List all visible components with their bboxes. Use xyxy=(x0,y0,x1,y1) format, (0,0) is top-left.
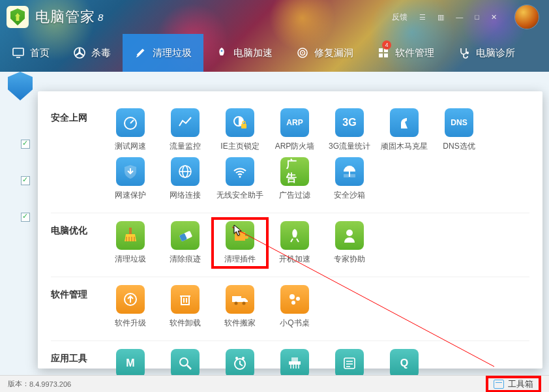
nav-tab-4[interactable]: 修复漏洞 xyxy=(284,34,365,72)
upgrade-icon xyxy=(116,285,145,314)
tool-label: ARP防火墙 xyxy=(275,141,315,152)
svg-point-34 xyxy=(243,302,246,305)
tool-item[interactable]: 专家协助 xyxy=(322,219,377,267)
desktop-icon xyxy=(280,285,309,314)
svg-rect-23 xyxy=(129,228,132,234)
tool-label: 顽固木马克星 xyxy=(381,141,428,152)
tool-item[interactable]: 网速保护 xyxy=(103,155,158,204)
tool-item[interactable]: 测试网速 xyxy=(103,106,158,155)
svg-point-20 xyxy=(239,176,241,178)
category-tools: 软件升级软件卸载软件搬家小Q书桌 xyxy=(103,282,322,331)
shredder-icon xyxy=(280,349,309,378)
main-nav: 首页杀毒清理垃圾电脑加速修复漏洞软件管理4电脑诊所 xyxy=(0,34,549,72)
tool-label: 测试网速 xyxy=(115,141,146,152)
target-icon xyxy=(296,46,309,59)
nav-tab-0[interactable]: 首页 xyxy=(0,34,61,72)
tool-item[interactable]: 清理垃圾 xyxy=(103,219,158,267)
tool-label: 广告过滤 xyxy=(279,190,310,201)
svg-point-26 xyxy=(346,230,353,236)
tool-label: 软件搬家 xyxy=(224,318,256,329)
trash-icon xyxy=(171,285,200,314)
tool-label: 清除痕迹 xyxy=(170,254,201,265)
svg-line-39 xyxy=(187,365,191,369)
avatar[interactable] xyxy=(515,5,539,29)
checkbox[interactable] xyxy=(21,140,30,149)
status-bar: 版本： 8.4.9973.206 工具箱 xyxy=(0,375,549,392)
truck-icon xyxy=(226,285,254,314)
android-icon: M xyxy=(116,349,145,378)
maximize-button[interactable]: □ xyxy=(472,12,482,22)
tool-item[interactable]: 广告广告过滤 xyxy=(267,155,322,204)
ad-icon: 广告 xyxy=(280,157,309,186)
checkbox[interactable] xyxy=(21,213,30,222)
tool-label: 流量监控 xyxy=(170,141,201,152)
nav-label: 修复漏洞 xyxy=(314,47,353,59)
tool-item[interactable]: 清除痕迹 xyxy=(158,219,213,267)
wifi-icon xyxy=(226,157,254,186)
nav-tab-5[interactable]: 软件管理4 xyxy=(365,34,446,72)
category-row: 软件管理软件升级软件卸载软件搬家小Q书桌 xyxy=(51,277,529,341)
clock-icon xyxy=(226,349,254,378)
nav-tab-6[interactable]: 电脑诊所 xyxy=(446,34,527,72)
tool-item[interactable]: 顽固木马克星 xyxy=(377,106,432,155)
tool-item[interactable]: 小Q书桌 xyxy=(267,282,322,331)
expert-icon xyxy=(335,221,364,250)
boot-icon xyxy=(280,221,309,250)
chart-icon xyxy=(171,108,200,137)
tool-item[interactable]: 3G3G流量统计 xyxy=(322,106,377,155)
category-title: 软件管理 xyxy=(51,282,103,301)
nav-tab-3[interactable]: 电脑加速 xyxy=(203,34,284,72)
tool-label: DNS选优 xyxy=(443,141,475,152)
tool-label: 3G流量统计 xyxy=(329,141,370,152)
tool-item[interactable]: 开机加速 xyxy=(267,219,322,267)
svg-rect-28 xyxy=(181,296,189,305)
svg-point-37 xyxy=(291,301,295,305)
nav-tab-2[interactable]: 清理垃圾 xyxy=(123,34,203,72)
toolbox-icon xyxy=(494,380,504,389)
content-area: 理电脑 安全上网测试网速流量监控IE主页锁定ARPARP防火墙3G3G流量统计顽… xyxy=(0,72,549,375)
shield-down-icon xyxy=(116,157,145,186)
menu-icon xyxy=(335,349,364,378)
checkbox[interactable] xyxy=(21,176,30,185)
version-number: 8.4.9973.206 xyxy=(29,380,71,388)
tool-label: 清理插件 xyxy=(224,254,256,265)
tool-item[interactable]: ARPARP防火墙 xyxy=(267,106,322,155)
svg-rect-22 xyxy=(344,174,355,177)
feedback-button[interactable]: 反馈 xyxy=(389,10,410,24)
rocket-icon xyxy=(215,46,228,59)
title-bar: 电脑管家 8 反馈 ☰ ▥ — □ ✕ xyxy=(0,0,549,34)
settings-icon[interactable]: ☰ xyxy=(417,12,428,23)
nav-label: 电脑加速 xyxy=(233,47,273,59)
tool-item[interactable]: 软件卸载 xyxy=(158,282,213,331)
tool-label: 无线安全助手 xyxy=(216,190,263,201)
tool-item[interactable]: 软件升级 xyxy=(103,282,158,331)
tool-item[interactable]: 无线安全助手 xyxy=(213,155,267,204)
tool-item[interactable]: IE主页锁定 xyxy=(213,106,267,155)
svg-rect-11 xyxy=(384,53,388,57)
svg-point-12 xyxy=(466,52,469,54)
tool-item[interactable]: 网络连接 xyxy=(158,155,213,204)
svg-rect-16 xyxy=(241,124,246,128)
nav-tab-1[interactable]: 杀毒 xyxy=(61,34,123,72)
toolbox-button[interactable]: 工具箱 xyxy=(486,376,541,393)
tool-item[interactable]: 安全沙箱 xyxy=(322,155,377,204)
svg-line-14 xyxy=(130,120,134,123)
nav-label: 电脑诊所 xyxy=(476,47,515,59)
nav-label: 首页 xyxy=(30,47,50,59)
close-button[interactable]: ✕ xyxy=(488,12,499,23)
umbrella-icon xyxy=(335,157,364,186)
tool-item[interactable]: DNSDNS选优 xyxy=(432,106,486,155)
radiation-icon xyxy=(73,46,86,59)
toolbox-panel: 安全上网测试网速流量监控IE主页锁定ARPARP防火墙3G3G流量统计顽固木马克… xyxy=(38,91,542,369)
category-title: 电脑优化 xyxy=(51,219,103,237)
tool-item[interactable]: 软件搬家 xyxy=(213,282,267,331)
svg-point-7 xyxy=(302,52,303,53)
tool-item[interactable]: 流量监控 xyxy=(158,106,213,155)
nav-label: 杀毒 xyxy=(91,47,111,59)
svg-rect-8 xyxy=(379,48,383,52)
minimize-button[interactable]: — xyxy=(453,12,466,22)
tool-label: 清理垃圾 xyxy=(115,254,146,265)
skin-icon[interactable]: ▥ xyxy=(435,12,447,23)
svg-rect-44 xyxy=(291,357,298,361)
tool-label: 专家协助 xyxy=(334,254,365,265)
